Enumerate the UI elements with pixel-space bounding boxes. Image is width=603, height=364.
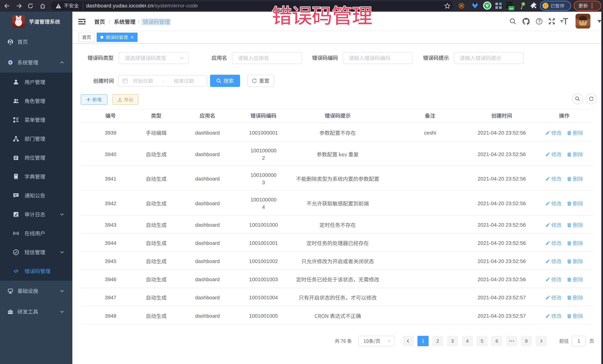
svg-text:on: on <box>510 7 513 10</box>
